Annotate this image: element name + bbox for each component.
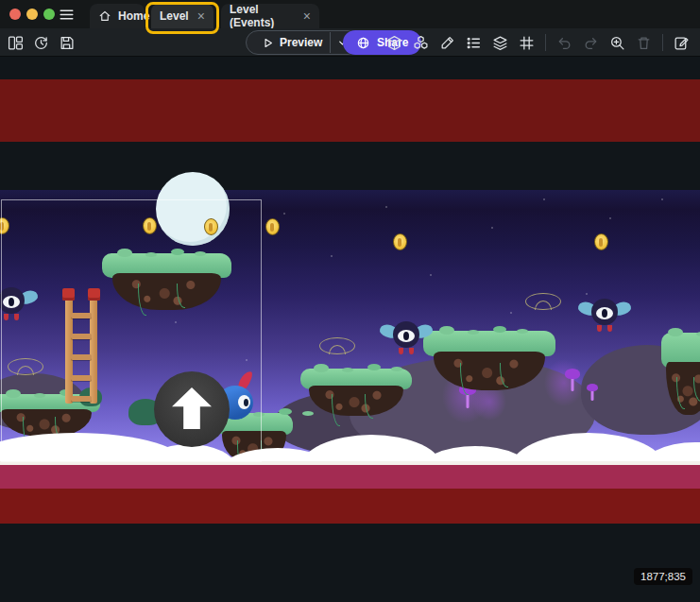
tab-level[interactable]: Level ×	[151, 4, 213, 28]
vine	[460, 363, 469, 395]
window-controls	[9, 9, 55, 20]
cursor-coordinates: 1877;835	[634, 568, 692, 585]
bat-body	[393, 321, 419, 348]
toolbar-right-group	[384, 28, 692, 57]
menu-icon	[59, 7, 77, 23]
zoom-in-icon[interactable]	[606, 31, 628, 54]
mushroom-stem	[467, 393, 470, 408]
scene-editor-canvas[interactable]: 1877;835	[0, 57, 700, 602]
undo-icon	[554, 31, 575, 54]
bat-pupil	[403, 332, 409, 340]
tab-level-events[interactable]: Level (Events) ×	[221, 4, 319, 28]
divider	[662, 34, 663, 51]
hidden-object-marker[interactable]	[319, 337, 355, 354]
edit-icon[interactable]	[436, 31, 458, 54]
grid-icon[interactable]	[516, 31, 538, 54]
island-dirt	[434, 352, 545, 390]
star	[609, 217, 611, 219]
dark-red-band	[0, 489, 700, 524]
toolbar-left-group	[5, 28, 77, 57]
star	[385, 206, 387, 208]
divider	[545, 34, 546, 51]
star	[661, 198, 663, 200]
edit-scene-properties-icon[interactable]	[671, 31, 692, 54]
object-groups-icon[interactable]	[410, 31, 432, 54]
bat-claw	[399, 348, 403, 354]
tab-home[interactable]: Home	[90, 4, 145, 28]
bat-claw	[409, 348, 414, 354]
toolbar: Preview Share	[0, 28, 700, 57]
up-arrow-icon	[172, 387, 212, 429]
mushroom-cap	[565, 369, 580, 379]
delete-icon	[633, 31, 655, 54]
star	[510, 312, 512, 314]
floating-island[interactable]	[423, 331, 555, 392]
bat-eye	[596, 307, 613, 319]
menu-button[interactable]	[57, 4, 79, 25]
red-band-top[interactable]	[0, 79, 700, 142]
floating-island[interactable]	[300, 369, 412, 418]
objects-icon[interactable]	[384, 31, 405, 54]
bat-claw	[607, 325, 612, 332]
jump-button[interactable]	[154, 371, 230, 447]
bat-body	[591, 299, 618, 325]
bat-pupil	[602, 309, 607, 318]
globe-icon	[356, 36, 370, 50]
panels-icon[interactable]	[5, 31, 26, 54]
hidden-object-marker[interactable]	[525, 293, 561, 310]
tab-level-label: Level	[160, 9, 189, 23]
star	[331, 255, 333, 257]
preview-label: Preview	[280, 36, 322, 49]
save-icon[interactable]	[56, 31, 77, 54]
star	[586, 293, 588, 295]
play-icon	[262, 37, 274, 49]
star	[491, 227, 493, 229]
tab-level-events-label: Level (Events)	[230, 3, 297, 29]
history-icon[interactable]	[30, 31, 52, 54]
star	[283, 213, 285, 215]
star	[430, 274, 432, 276]
mushroom	[587, 384, 598, 401]
floating-island[interactable]	[661, 333, 700, 418]
coin[interactable]	[265, 218, 280, 235]
island-dirt	[309, 386, 402, 417]
close-tab-icon[interactable]: ×	[303, 9, 311, 23]
coin[interactable]	[594, 233, 608, 250]
bat-enemy[interactable]	[380, 321, 433, 355]
mushroom-stem	[591, 390, 594, 401]
mushroom	[565, 369, 580, 391]
close-window-button[interactable]	[9, 9, 21, 20]
crimson-band	[0, 465, 700, 489]
bat-claw	[597, 325, 602, 332]
mushroom-stem	[572, 377, 574, 391]
maximize-window-button[interactable]	[43, 9, 55, 20]
coin[interactable]	[393, 233, 407, 250]
instances-list-icon[interactable]	[463, 31, 485, 54]
tab-home-label: Home	[118, 9, 149, 23]
mushroom-cap	[587, 384, 598, 391]
minimize-window-button[interactable]	[26, 9, 38, 20]
star	[543, 198, 545, 200]
close-tab-icon[interactable]: ×	[197, 9, 205, 23]
bat-eye	[398, 330, 415, 342]
home-icon	[98, 9, 111, 23]
bat-enemy[interactable]	[578, 299, 631, 333]
layers-icon[interactable]	[489, 31, 511, 54]
titlebar: Home Level × Level (Events) ×	[0, 0, 700, 28]
redo-icon	[580, 31, 602, 54]
